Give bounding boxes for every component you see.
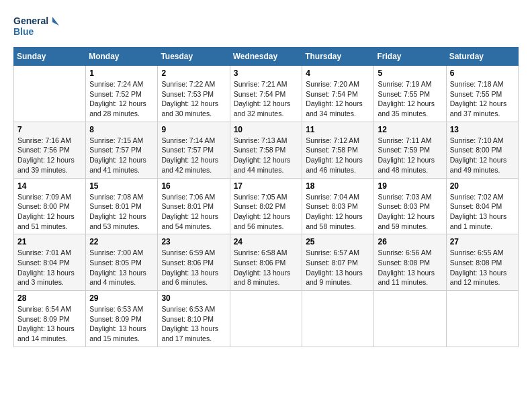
calendar-cell [446, 291, 518, 347]
calendar-cell: 19Sunrise: 7:03 AM Sunset: 8:03 PM Dayli… [374, 178, 446, 234]
calendar-week-row: 28Sunrise: 6:54 AM Sunset: 8:09 PM Dayli… [14, 291, 519, 347]
cell-info: Sunrise: 7:16 AM Sunset: 7:56 PM Dayligh… [17, 136, 82, 175]
day-number: 16 [161, 181, 226, 191]
calendar-cell: 21Sunrise: 7:01 AM Sunset: 8:04 PM Dayli… [14, 234, 86, 291]
day-number: 13 [450, 125, 515, 134]
calendar-cell [230, 291, 302, 347]
day-number: 15 [89, 181, 154, 191]
day-number: 22 [89, 237, 154, 246]
calendar-cell: 18Sunrise: 7:04 AM Sunset: 8:03 PM Dayli… [302, 178, 374, 234]
calendar-cell: 12Sunrise: 7:11 AM Sunset: 7:59 PM Dayli… [374, 122, 446, 178]
calendar-cell: 17Sunrise: 7:05 AM Sunset: 8:02 PM Dayli… [230, 178, 302, 234]
day-number: 2 [161, 68, 226, 78]
weekday-header-row: SundayMondayTuesdayWednesdayThursdayFrid… [14, 48, 519, 66]
cell-info: Sunrise: 6:58 AM Sunset: 8:06 PM Dayligh… [234, 248, 299, 287]
calendar-cell: 1Sunrise: 7:24 AM Sunset: 7:52 PM Daylig… [86, 66, 158, 122]
weekday-header-cell: Tuesday [158, 48, 230, 66]
cell-info: Sunrise: 6:56 AM Sunset: 8:08 PM Dayligh… [378, 248, 442, 287]
cell-info: Sunrise: 7:09 AM Sunset: 8:00 PM Dayligh… [17, 192, 82, 232]
calendar-cell [14, 66, 86, 122]
cell-info: Sunrise: 7:21 AM Sunset: 7:54 PM Dayligh… [234, 79, 299, 119]
day-number: 27 [450, 237, 515, 246]
calendar-cell: 8Sunrise: 7:15 AM Sunset: 7:57 PM Daylig… [86, 122, 158, 178]
cell-info: Sunrise: 7:12 AM Sunset: 7:58 PM Dayligh… [306, 136, 370, 175]
cell-info: Sunrise: 7:19 AM Sunset: 7:55 PM Dayligh… [378, 79, 442, 119]
day-number: 7 [17, 125, 82, 134]
calendar-cell: 3Sunrise: 7:21 AM Sunset: 7:54 PM Daylig… [230, 66, 302, 122]
cell-info: Sunrise: 6:53 AM Sunset: 8:09 PM Dayligh… [89, 304, 154, 344]
calendar-cell: 5Sunrise: 7:19 AM Sunset: 7:55 PM Daylig… [374, 66, 446, 122]
cell-info: Sunrise: 7:06 AM Sunset: 8:01 PM Dayligh… [161, 192, 226, 232]
calendar-cell [302, 291, 374, 347]
calendar-cell: 10Sunrise: 7:13 AM Sunset: 7:58 PM Dayli… [230, 122, 302, 178]
day-number: 29 [89, 293, 154, 303]
day-number: 11 [306, 125, 370, 134]
cell-info: Sunrise: 6:54 AM Sunset: 8:09 PM Dayligh… [17, 304, 82, 344]
day-number: 5 [378, 68, 442, 78]
cell-info: Sunrise: 7:00 AM Sunset: 8:05 PM Dayligh… [89, 248, 154, 287]
calendar-cell: 16Sunrise: 7:06 AM Sunset: 8:01 PM Dayli… [158, 178, 230, 234]
calendar-cell: 27Sunrise: 6:55 AM Sunset: 8:08 PM Dayli… [446, 234, 518, 291]
calendar-table: SundayMondayTuesdayWednesdayThursdayFrid… [13, 47, 519, 347]
calendar-cell: 29Sunrise: 6:53 AM Sunset: 8:09 PM Dayli… [86, 291, 158, 347]
weekday-header-cell: Monday [86, 48, 158, 66]
calendar-cell: 14Sunrise: 7:09 AM Sunset: 8:00 PM Dayli… [14, 178, 86, 234]
day-number: 10 [234, 125, 299, 134]
day-number: 23 [161, 237, 226, 246]
cell-info: Sunrise: 7:20 AM Sunset: 7:54 PM Dayligh… [306, 79, 370, 119]
cell-info: Sunrise: 7:22 AM Sunset: 7:53 PM Dayligh… [161, 79, 226, 119]
cell-info: Sunrise: 7:05 AM Sunset: 8:02 PM Dayligh… [234, 192, 299, 232]
day-number: 17 [234, 181, 299, 191]
weekday-header-cell: Thursday [302, 48, 374, 66]
cell-info: Sunrise: 7:02 AM Sunset: 8:04 PM Dayligh… [450, 192, 515, 232]
cell-info: Sunrise: 6:55 AM Sunset: 8:08 PM Dayligh… [450, 248, 515, 287]
svg-text:General: General [13, 15, 48, 26]
day-number: 6 [450, 68, 515, 78]
calendar-cell: 9Sunrise: 7:14 AM Sunset: 7:57 PM Daylig… [158, 122, 230, 178]
calendar-cell [374, 291, 446, 347]
calendar-cell: 13Sunrise: 7:10 AM Sunset: 8:00 PM Dayli… [446, 122, 518, 178]
day-number: 3 [234, 68, 299, 78]
calendar-cell: 30Sunrise: 6:53 AM Sunset: 8:10 PM Dayli… [158, 291, 230, 347]
day-number: 14 [17, 181, 82, 191]
calendar-week-row: 1Sunrise: 7:24 AM Sunset: 7:52 PM Daylig… [14, 66, 519, 122]
day-number: 1 [89, 68, 154, 78]
cell-info: Sunrise: 7:18 AM Sunset: 7:55 PM Dayligh… [450, 79, 515, 119]
calendar-cell: 7Sunrise: 7:16 AM Sunset: 7:56 PM Daylig… [14, 122, 86, 178]
cell-info: Sunrise: 7:03 AM Sunset: 8:03 PM Dayligh… [378, 192, 442, 232]
day-number: 4 [306, 68, 370, 78]
cell-info: Sunrise: 7:13 AM Sunset: 7:58 PM Dayligh… [234, 136, 299, 175]
day-number: 24 [234, 237, 299, 246]
page-header: General Blue [13, 13, 519, 40]
cell-info: Sunrise: 6:57 AM Sunset: 8:07 PM Dayligh… [306, 248, 370, 287]
calendar-cell: 11Sunrise: 7:12 AM Sunset: 7:58 PM Dayli… [302, 122, 374, 178]
day-number: 18 [306, 181, 370, 191]
logo: General Blue [13, 13, 60, 40]
svg-marker-2 [52, 17, 59, 26]
cell-info: Sunrise: 6:59 AM Sunset: 8:06 PM Dayligh… [161, 248, 226, 287]
day-number: 28 [17, 293, 82, 303]
cell-info: Sunrise: 6:53 AM Sunset: 8:10 PM Dayligh… [161, 304, 226, 344]
weekday-header-cell: Saturday [446, 48, 518, 66]
calendar-cell: 20Sunrise: 7:02 AM Sunset: 8:04 PM Dayli… [446, 178, 518, 234]
weekday-header-cell: Sunday [14, 48, 86, 66]
svg-text:Blue: Blue [13, 26, 34, 37]
calendar-cell: 26Sunrise: 6:56 AM Sunset: 8:08 PM Dayli… [374, 234, 446, 291]
day-number: 26 [378, 237, 442, 246]
calendar-cell: 6Sunrise: 7:18 AM Sunset: 7:55 PM Daylig… [446, 66, 518, 122]
cell-info: Sunrise: 7:15 AM Sunset: 7:57 PM Dayligh… [89, 136, 154, 175]
cell-info: Sunrise: 7:01 AM Sunset: 8:04 PM Dayligh… [17, 248, 82, 287]
cell-info: Sunrise: 7:04 AM Sunset: 8:03 PM Dayligh… [306, 192, 370, 232]
weekday-header-cell: Wednesday [230, 48, 302, 66]
cell-info: Sunrise: 7:14 AM Sunset: 7:57 PM Dayligh… [161, 136, 226, 175]
day-number: 21 [17, 237, 82, 246]
calendar-week-row: 14Sunrise: 7:09 AM Sunset: 8:00 PM Dayli… [14, 178, 519, 234]
day-number: 9 [161, 125, 226, 134]
calendar-week-row: 7Sunrise: 7:16 AM Sunset: 7:56 PM Daylig… [14, 122, 519, 178]
calendar-week-row: 21Sunrise: 7:01 AM Sunset: 8:04 PM Dayli… [14, 234, 519, 291]
day-number: 19 [378, 181, 442, 191]
calendar-cell: 24Sunrise: 6:58 AM Sunset: 8:06 PM Dayli… [230, 234, 302, 291]
calendar-cell: 23Sunrise: 6:59 AM Sunset: 8:06 PM Dayli… [158, 234, 230, 291]
calendar-cell: 25Sunrise: 6:57 AM Sunset: 8:07 PM Dayli… [302, 234, 374, 291]
calendar-cell: 28Sunrise: 6:54 AM Sunset: 8:09 PM Dayli… [14, 291, 86, 347]
